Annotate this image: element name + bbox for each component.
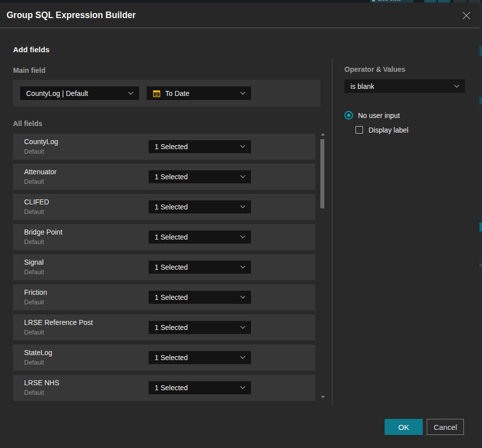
chevron-down-icon: [240, 384, 246, 389]
field-sub-label: Default: [24, 208, 44, 215]
main-field-label: Main field: [13, 66, 46, 74]
field-row: LRSE Reference Post Default 1 Selected: [13, 314, 315, 341]
main-field-dropdown-value: CountyLog | Default: [26, 89, 88, 97]
chevron-down-icon: [240, 294, 246, 299]
field-selected-dropdown[interactable]: 1 Selected: [149, 291, 251, 304]
scrollbar-thumb[interactable]: [320, 139, 324, 208]
field-name: StateLog: [24, 349, 52, 357]
display-label-checkbox[interactable]: [355, 126, 363, 134]
field-row: StateLog Default 1 Selected: [13, 345, 315, 371]
operator-dropdown-value: is blank: [350, 82, 374, 90]
date-field-dropdown[interactable]: To Date: [147, 86, 251, 100]
field-selected-value: 1 Selected: [155, 354, 188, 362]
field-name: Attenuator: [24, 168, 57, 176]
radio-selected-dot: [347, 114, 350, 117]
scroll-up-icon[interactable]: [321, 133, 325, 136]
column-divider: [332, 58, 332, 407]
chevron-down-icon: [129, 89, 134, 94]
chevron-down-icon: [454, 82, 459, 87]
field-selected-value: 1 Selected: [155, 173, 188, 181]
dialog-header: Group SQL Expression Builder: [0, 3, 479, 28]
operator-values-label: Operator & Values: [344, 65, 405, 73]
field-selected-value: 1 Selected: [155, 233, 188, 241]
calendar-icon: [153, 89, 161, 97]
field-row: Attenuator Default 1 Selected: [13, 164, 315, 190]
all-fields-list: CountyLog Default 1 Selected Attenuator …: [13, 134, 315, 405]
field-selected-dropdown[interactable]: 1 Selected: [149, 140, 251, 153]
ok-button[interactable]: OK: [385, 419, 423, 435]
chevron-down-icon: [240, 89, 246, 94]
field-selected-value: 1 Selected: [155, 143, 188, 151]
chevron-down-icon: [240, 324, 246, 329]
chevron-down-icon: [240, 354, 246, 359]
background-app-right-strip: [479, 3, 482, 448]
field-name: Friction: [24, 288, 47, 296]
chevron-down-icon: [240, 264, 246, 269]
field-selected-dropdown[interactable]: 1 Selected: [149, 200, 251, 213]
all-fields-label: All fields: [13, 120, 42, 128]
chevron-down-icon: [240, 143, 246, 148]
group-sql-expression-builder-dialog: Group SQL Expression Builder Add fields …: [0, 3, 479, 448]
field-selected-dropdown[interactable]: 1 Selected: [149, 261, 251, 274]
main-field-dropdown[interactable]: CountyLog | Default: [20, 86, 139, 100]
field-sub-label: Default: [24, 359, 44, 366]
close-icon[interactable]: [461, 10, 472, 21]
date-field-dropdown-value: To Date: [165, 89, 189, 97]
chevron-down-icon: [240, 203, 246, 208]
field-sub-label: Default: [24, 299, 44, 306]
dialog-title: Group SQL Expression Builder: [7, 3, 136, 28]
field-name: Signal: [24, 258, 44, 266]
live-view-dot-icon: [372, 0, 375, 2]
field-selected-dropdown[interactable]: 1 Selected: [149, 381, 251, 394]
field-row: CountyLog Default 1 Selected: [13, 134, 315, 160]
fields-list-scrollbar[interactable]: [320, 132, 326, 399]
field-name: LRSE NHS: [24, 379, 59, 387]
chevron-down-icon: [240, 173, 246, 178]
operator-dropdown[interactable]: is blank: [344, 79, 465, 93]
field-sub-label: Default: [24, 148, 44, 155]
field-selected-dropdown[interactable]: 1 Selected: [149, 231, 251, 244]
field-selected-value: 1 Selected: [155, 293, 188, 301]
field-row: LRSE NHS Default 1 Selected: [13, 375, 315, 401]
live-view-label: Live view: [378, 0, 401, 2]
field-row: Bridge Point Default 1 Selected: [13, 224, 315, 250]
field-sub-label: Default: [24, 239, 44, 246]
field-row: CLIFED Default 1 Selected: [13, 194, 315, 220]
main-field-panel: CountyLog | Default To Date: [13, 80, 320, 106]
no-user-input-label: No user input: [358, 111, 400, 120]
field-name: CLIFED: [24, 198, 49, 206]
no-user-input-radio[interactable]: [344, 111, 353, 120]
field-row: Friction Default 1 Selected: [13, 284, 315, 310]
field-sub-label: Default: [24, 178, 44, 185]
cancel-button[interactable]: Cancel: [427, 419, 464, 435]
field-selected-value: 1 Selected: [155, 384, 188, 392]
field-row: Signal Default 1 Selected: [13, 254, 315, 280]
field-sub-label: Default: [24, 329, 44, 336]
field-selected-value: 1 Selected: [155, 203, 188, 211]
field-selected-dropdown[interactable]: 1 Selected: [149, 351, 251, 364]
field-sub-label: Default: [24, 269, 44, 276]
field-name: CountyLog: [24, 138, 58, 146]
field-selected-value: 1 Selected: [155, 263, 188, 271]
chevron-down-icon: [240, 234, 246, 239]
display-label-label: Display label: [369, 126, 408, 134]
field-name: LRSE Reference Post: [24, 318, 93, 326]
scroll-down-icon[interactable]: [321, 396, 325, 398]
field-name: Bridge Point: [24, 228, 62, 236]
field-selected-value: 1 Selected: [155, 323, 188, 331]
field-sub-label: Default: [24, 389, 44, 396]
field-selected-dropdown[interactable]: 1 Selected: [149, 321, 251, 334]
field-selected-dropdown[interactable]: 1 Selected: [149, 170, 251, 183]
add-fields-heading: Add fields: [13, 45, 50, 54]
